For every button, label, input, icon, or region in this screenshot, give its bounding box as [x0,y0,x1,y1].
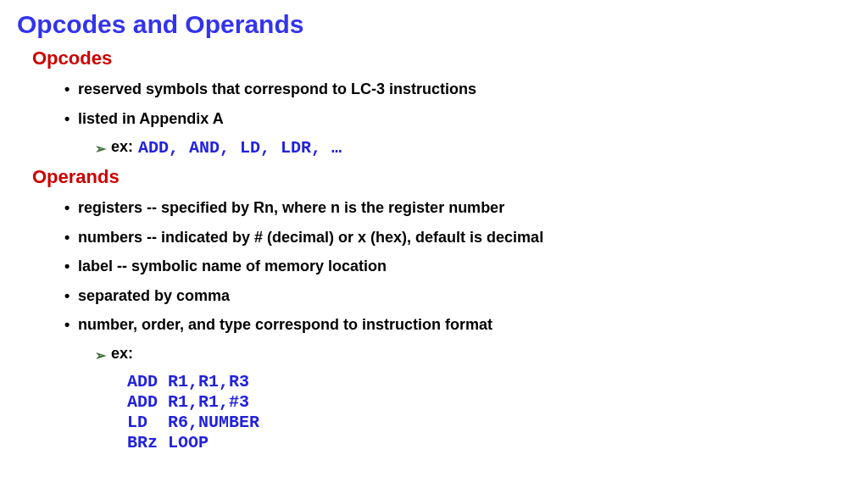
opcodes-bullet-list: reserved symbols that correspond to LC-3… [64,80,851,128]
list-item: number, order, and type correspond to in… [64,315,851,335]
operands-heading: Operands [32,166,851,188]
list-item: listed in Appendix A [64,109,851,129]
slide-title: Opcodes and Operands [17,10,851,39]
opcodes-example-code: ADD, AND, LD, LDR, … [138,138,342,158]
operands-example-code: ADD R1,R1,R3 ADD R1,R1,#3 LD R6,NUMBER B… [127,372,851,453]
chevron-icon: ➢ [95,347,106,363]
list-item: separated by comma [64,286,851,306]
list-item: numbers -- indicated by # (decimal) or x… [64,228,851,247]
list-item: label -- symbolic name of memory locatio… [64,257,851,276]
list-item: registers -- specified by Rn, where n is… [64,198,851,218]
list-item: reserved symbols that correspond to LC-3… [64,80,851,99]
operands-bullet-list: registers -- specified by Rn, where n is… [64,198,851,335]
opcodes-example-row: ➢ ex: ADD, AND, LD, LDR, … [95,138,851,158]
opcodes-heading: Opcodes [32,47,851,69]
example-label: ex: [111,138,133,156]
chevron-icon: ➢ [95,141,106,157]
operands-example-row: ➢ ex: [95,345,851,363]
example-label: ex: [111,345,133,363]
